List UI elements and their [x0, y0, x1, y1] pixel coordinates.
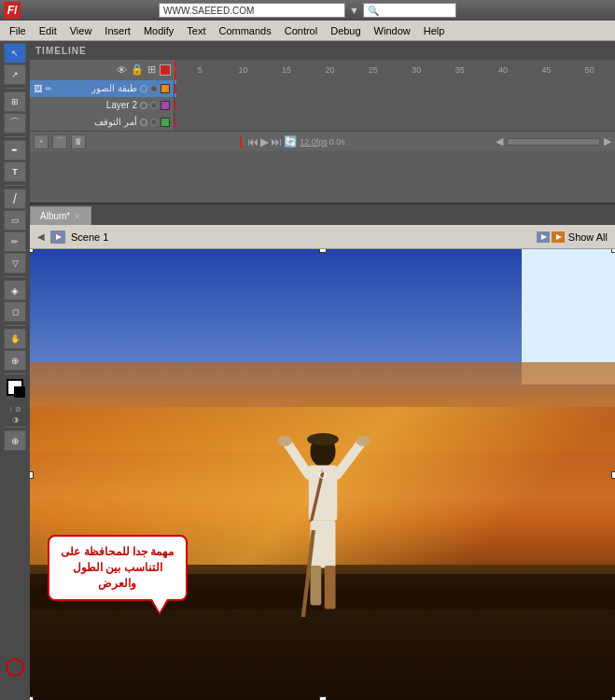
- url-input[interactable]: [159, 3, 345, 18]
- selection-handle-mr[interactable]: [611, 471, 615, 479]
- menu-help[interactable]: Help: [418, 23, 451, 38]
- playhead[interactable]: [175, 60, 176, 80]
- layer3-vis-dot[interactable]: [140, 119, 147, 126]
- timeline-title: TIMELINE: [35, 46, 87, 56]
- scene-back-btn[interactable]: ◀: [37, 231, 45, 242]
- snap-btn[interactable]: ⊕: [4, 430, 26, 451]
- play-btn[interactable]: ▶: [260, 135, 269, 148]
- scroll-right-btn[interactable]: ▶: [604, 135, 611, 147]
- subselect-tool[interactable]: ↗: [4, 64, 26, 85]
- next-frame-btn[interactable]: ⏭: [271, 135, 282, 148]
- lasso-tool[interactable]: ⌒: [4, 113, 26, 133]
- layer-name-3[interactable]: أمر التوقف: [30, 114, 175, 131]
- swap-colors-btn[interactable]: ↕: [9, 405, 13, 413]
- layer1-lock-dot[interactable]: [150, 85, 158, 92]
- no-color-btn[interactable]: ⊘: [15, 405, 21, 413]
- ruler-15: 15: [265, 65, 308, 75]
- menu-modify[interactable]: Modify: [138, 23, 179, 38]
- menu-text[interactable]: Text: [181, 23, 211, 38]
- layer2-label: Layer 2: [34, 100, 137, 110]
- selection-handle-tc[interactable]: [319, 249, 327, 253]
- timeline-layers: 🖼 ✏ طبقة الصور Layer 2: [30, 80, 615, 131]
- add-layer-btn[interactable]: +: [34, 134, 49, 149]
- layer-name-1[interactable]: 🖼 ✏ طبقة الصور: [30, 80, 175, 97]
- bw-colors-btn[interactable]: ◑: [12, 415, 19, 424]
- scroll-bar[interactable]: [507, 138, 600, 146]
- menu-insert[interactable]: Insert: [99, 23, 136, 38]
- stroke-color-box[interactable]: [7, 379, 23, 396]
- selection-handle-br[interactable]: [611, 696, 615, 700]
- url-bar: ▼: [159, 3, 456, 18]
- layer1-playhead: [175, 84, 176, 93]
- layer2-lock-dot[interactable]: [150, 102, 158, 109]
- timeline-header: TIMELINE: [30, 41, 615, 60]
- menu-edit[interactable]: Edit: [34, 23, 63, 38]
- text-tool[interactable]: T: [4, 161, 26, 182]
- scroll-left-btn[interactable]: ◀: [496, 135, 503, 147]
- tool-separator-2: [5, 136, 25, 137]
- layer2-frames[interactable]: [175, 97, 615, 114]
- layer2-color: [161, 101, 170, 110]
- delete-layer-btn[interactable]: 🗑: [71, 134, 86, 149]
- eraser-tool[interactable]: ◻: [4, 301, 26, 322]
- canvas-image: مهمة جدا للمحافظة على التناسب بين الطول …: [30, 249, 615, 700]
- layer1-frames[interactable]: [175, 80, 615, 97]
- layer2-vis-dot[interactable]: [140, 102, 147, 109]
- eyedropper-tool[interactable]: ◈: [4, 280, 26, 301]
- selection-handle-bl[interactable]: [30, 696, 34, 700]
- rectangle-tool[interactable]: ▭: [4, 210, 26, 231]
- fps-display[interactable]: 12.0fps: [300, 137, 328, 147]
- menu-control[interactable]: Control: [279, 23, 323, 38]
- selection-handle-tl[interactable]: [30, 249, 34, 253]
- fill-color-box[interactable]: [14, 386, 25, 398]
- layer-name-2[interactable]: Layer 2: [30, 97, 175, 114]
- tab-album-label: Album*: [40, 211, 70, 221]
- svg-point-5: [307, 432, 339, 445]
- pen-tool[interactable]: ✒: [4, 140, 26, 161]
- layer3-frames[interactable]: [175, 114, 615, 131]
- ruler-40: 40: [482, 65, 524, 75]
- layer1-pen: ✏: [45, 84, 52, 93]
- bucket-tool[interactable]: ▽: [4, 253, 26, 273]
- show-all-label[interactable]: Show All: [568, 231, 608, 243]
- menu-commands[interactable]: Commands: [213, 23, 276, 38]
- add-motion-guide-btn[interactable]: ⌒: [52, 134, 67, 149]
- scene-name: Scene 1: [71, 231, 108, 243]
- prev-frame-btn[interactable]: ⏮: [247, 135, 259, 148]
- selection-handle-ml[interactable]: [30, 471, 34, 479]
- main-layout: ↖ ↗ ⊞ ⌒ ✒ T / ▭ ✏ ▽ ◈ ◻ ✋ ⊕ ↕ ⊘ ◑ ⊕: [0, 41, 615, 700]
- zoom-tool[interactable]: ⊕: [4, 350, 26, 371]
- layer1-vis-dot[interactable]: [140, 85, 147, 92]
- layer-row-3: أمر التوقف: [30, 114, 615, 131]
- arrow-tool[interactable]: ↖: [4, 43, 26, 63]
- svg-rect-12: [310, 520, 335, 567]
- timeline-controls: 👁 🔒 ⊞ 5 10 15 20 25 30 35 40: [30, 60, 615, 80]
- menu-window[interactable]: Window: [369, 23, 416, 38]
- tool-separator-7: [5, 427, 25, 427]
- layer3-lock-dot[interactable]: [150, 119, 158, 126]
- ruler-30: 30: [395, 65, 438, 75]
- svg-marker-2: [541, 234, 547, 240]
- menu-file[interactable]: File: [4, 23, 32, 38]
- tab-close-btn[interactable]: ✕: [74, 212, 81, 221]
- time-display: 0.0s: [329, 137, 345, 147]
- pencil-tool[interactable]: ✏: [4, 231, 26, 252]
- canvas-area[interactable]: مهمة جدا للمحافظة على التناسب بين الطول …: [30, 249, 615, 700]
- free-transform-tool[interactable]: ⊞: [4, 91, 26, 112]
- hand-tool[interactable]: ✋: [4, 329, 26, 349]
- tab-album[interactable]: Album* ✕: [30, 206, 91, 225]
- selection-handle-tr[interactable]: [611, 249, 615, 253]
- scene-icon-2: [537, 231, 550, 243]
- loop-btn[interactable]: 🔄: [284, 135, 298, 148]
- line-tool[interactable]: /: [4, 189, 26, 209]
- url-dropdown[interactable]: ▼: [349, 5, 359, 16]
- svg-point-10: [356, 435, 370, 446]
- search-input[interactable]: [363, 3, 456, 18]
- layer-row-2: Layer 2: [30, 97, 615, 114]
- layer1-icon: 🖼: [34, 84, 42, 93]
- svg-point-8: [277, 435, 291, 446]
- show-all-area: Show All: [537, 231, 608, 243]
- menu-view[interactable]: View: [64, 23, 98, 38]
- menu-debug[interactable]: Debug: [325, 23, 366, 38]
- selection-handle-bc[interactable]: [319, 696, 327, 700]
